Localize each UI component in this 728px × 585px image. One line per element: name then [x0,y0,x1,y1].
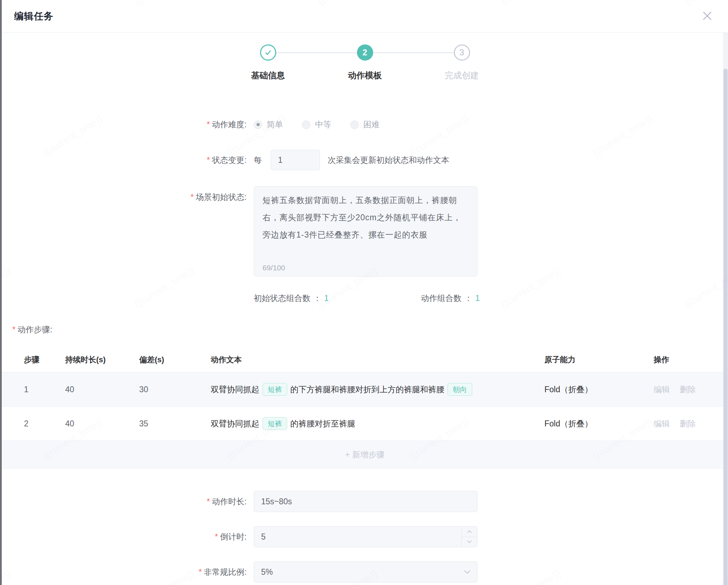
cell-ops: 编辑删除 [654,418,721,429]
col-ops: 操作 [654,355,721,365]
col-duration: 持续时长(s) [65,355,139,365]
entity-tag: 短裤 [263,383,287,396]
radio-icon[interactable] [350,121,359,129]
scrollbar-thumb[interactable] [723,69,728,585]
add-step-button[interactable]: + 新增步骤 [2,441,728,469]
close-icon [702,11,712,21]
difficulty-radio-困难[interactable]: 困难 [350,119,380,130]
difficulty-label: *动作难度: [2,119,247,130]
action-steps-label: *动作步骤: [12,324,728,335]
radio-icon[interactable] [302,121,310,129]
step-wizard: 2 3 基础信息 动作模板 完成创建 [2,44,728,81]
state-change-input[interactable]: 1 [271,150,320,170]
increase-button[interactable] [462,526,477,537]
duration-input[interactable]: 15s~80s [254,491,477,512]
step-3-circle: 3 [454,44,470,61]
step-2-label: 动作模板 [348,70,382,81]
check-icon [264,48,273,57]
step-1-circle [260,44,276,61]
required-asterisk: * [191,192,194,202]
step-1-label: 基础信息 [251,70,285,81]
initial-state-textarea[interactable]: 短裤五条数据背面朝上，五条数据正面朝上，裤腰朝右，离头部视野下方至少20cm之外… [254,186,477,277]
radio-icon[interactable] [254,121,262,129]
cell-ability: Fold（折叠） [544,384,654,395]
unusual-ratio-label: *非常规比例: [2,567,247,578]
entity-tag: 朝向 [448,383,472,396]
number-spinner [461,526,477,547]
close-button[interactable] [701,10,713,22]
char-counter: 69/100 [263,264,285,272]
action-text-fragment: 的下方裤腿和裤腰对折到上方的裤腿和裤腰 [290,384,444,395]
decrease-button[interactable] [462,537,477,547]
countdown-label: *倒计时: [2,531,247,542]
combo-counts: 初始状态组合数：1 动作组合数：1 [254,293,728,304]
initial-combo-value: 1 [324,294,329,303]
action-text-fragment: 双臂协同抓起 [211,384,259,395]
table-row: 24035双臂协同抓起短裤的裤腰对折至裤腿Fold（折叠）编辑删除 [2,407,728,441]
chevron-down-icon [464,570,471,574]
modal-title: 编辑任务 [14,10,54,23]
initial-state-row: *场景初始状态: 短裤五条数据背面朝上，五条数据正面朝上，裤腰朝右，离头部视野下… [2,186,728,277]
initial-state-label: *场景初始状态: [2,186,247,203]
entity-tag: 短裤 [263,417,287,430]
required-asterisk: * [207,155,210,165]
cell-ops: 编辑删除 [654,384,721,395]
cell-action-text: 双臂协同抓起短裤的下方裤腿和裤腰对折到上方的裤腿和裤腰朝向 [211,383,544,396]
cell-offset: 35 [139,419,211,429]
countdown-row: *倒计时: 5 [2,526,728,547]
edit-link[interactable]: 编辑 [654,419,670,428]
unusual-ratio-row: *非常规比例: 5% [2,561,728,583]
state-change-row: *状态变更: 每 1 次采集会更新初始状态和动作文本 [2,150,728,170]
delete-link[interactable]: 删除 [680,419,696,428]
edit-link[interactable]: 编辑 [654,385,670,394]
action-text-fragment: 双臂协同抓起 [211,418,259,429]
modal-header: 编辑任务 [2,0,728,33]
col-step: 步骤 [24,355,65,365]
state-change-label: *状态变更: [2,155,247,166]
table-row: 14030双臂协同抓起短裤的下方裤腿和裤腰对折到上方的裤腿和裤腰朝向Fold（折… [2,372,728,407]
action-text-fragment: 的裤腰对折至裤腿 [290,418,355,429]
cell-action-text: 双臂协同抓起短裤的裤腰对折至裤腿 [211,417,544,430]
countdown-input[interactable]: 5 [254,526,477,547]
step-connector [276,52,357,53]
action-combo-value: 1 [475,294,480,303]
state-change-suffix: 次采集会更新初始状态和动作文本 [328,155,449,166]
duration-row: *动作时长: 15s~80s [2,491,728,512]
delete-link[interactable]: 删除 [680,385,696,394]
unusual-ratio-select[interactable]: 5% [254,561,477,583]
cell-duration: 40 [65,385,139,394]
required-asterisk: * [12,325,16,334]
cell-step: 1 [24,385,65,394]
step-connector [373,52,454,53]
cell-offset: 30 [139,385,211,394]
radio-label: 困难 [363,119,380,130]
step-2-number: 2 [363,48,367,57]
step-2-circle: 2 [357,44,373,61]
cell-step: 2 [24,419,65,429]
state-change-prefix: 每 [254,155,262,166]
radio-label: 简单 [267,119,283,130]
required-asterisk: * [207,497,210,506]
duration-label: *动作时长: [2,496,247,507]
table-header: 步骤 持续时长(s) 偏差(s) 动作文本 原子能力 操作 [2,347,728,372]
scrollbar-track[interactable] [723,33,728,585]
difficulty-radio-中等[interactable]: 中等 [302,119,331,130]
action-combo-count: 动作组合数：1 [421,293,480,304]
initial-combo-count: 初始状态组合数：1 [254,293,329,304]
difficulty-radio-简单[interactable]: 简单 [254,119,283,130]
radio-label: 中等 [315,119,331,130]
chevron-up-icon [467,530,472,533]
step-3-number: 3 [459,48,464,57]
difficulty-radio-group: 简单中等困难 [254,119,380,130]
col-offset: 偏差(s) [139,355,211,365]
cell-duration: 40 [65,419,139,429]
required-asterisk: * [215,532,218,541]
col-action-text: 动作文本 [211,355,544,365]
chevron-down-icon [467,540,472,543]
step-3-label: 完成创建 [445,70,479,81]
action-steps-table: 步骤 持续时长(s) 偏差(s) 动作文本 原子能力 操作 14030双臂协同抓… [2,347,728,469]
initial-state-text: 短裤五条数据背面朝上，五条数据正面朝上，裤腰朝右，离头部视野下方至少20cm之外… [263,192,469,244]
required-asterisk: * [199,567,202,577]
col-ability: 原子能力 [544,355,654,365]
edit-task-modal: 编辑任务 2 3 基础信息 动作模板 [2,0,728,585]
